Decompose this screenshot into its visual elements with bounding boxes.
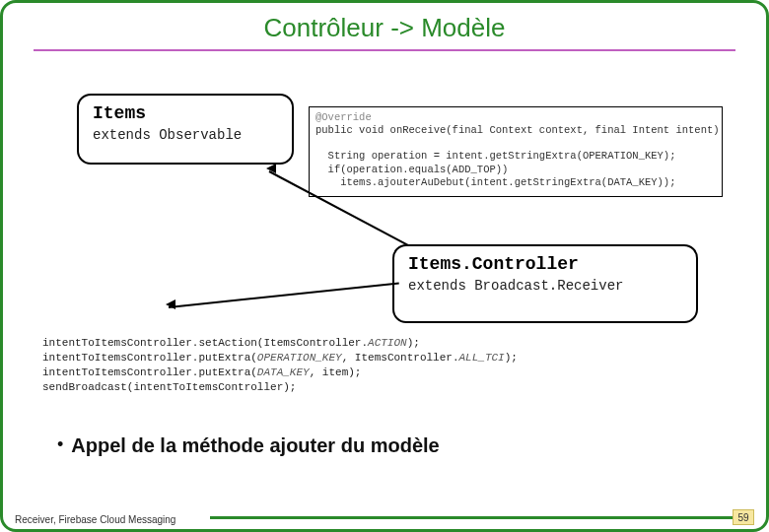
footer: Receiver, Firebase Cloud Messaging 59 (3, 503, 766, 529)
bullet-text: Appel de la méthode ajouter du modèle (71, 434, 439, 456)
code-line: if(operation.equals(ADD_TOP)) (315, 164, 508, 175)
items-box: Items extends Observable (77, 94, 294, 165)
title-underline (34, 49, 735, 51)
code-line: intentToItemsController.setAction(ItemsC… (42, 336, 518, 351)
controller-box-subtitle: extends Broadcast.Receiver (408, 278, 682, 294)
override-code-box: @Override public void onReceive(final Co… (309, 106, 723, 197)
code-line: intentToItemsController.putExtra(OPERATI… (42, 351, 518, 366)
bullet-dot-icon: • (57, 434, 63, 454)
items-box-subtitle: extends Observable (93, 127, 278, 143)
controller-box: Items.Controller extends Broadcast.Recei… (392, 244, 698, 323)
code-line: public void onReceive(final Context cont… (315, 124, 723, 136)
controller-box-title: Items.Controller (408, 254, 682, 274)
slide-title: Contrôleur -> Modèle (3, 3, 766, 49)
code-line: @Override (315, 111, 372, 123)
slide-frame: Contrôleur -> Modèle Items extends Obser… (0, 0, 769, 532)
arrowhead-icon (161, 299, 175, 309)
code-line: items.ajouterAuDebut(intent.getStringExt… (315, 176, 675, 188)
footer-bar (210, 516, 752, 519)
items-box-title: Items (93, 103, 278, 123)
page-number: 59 (733, 509, 754, 525)
code-line: intentToItemsController.putExtra(DATA_KE… (42, 366, 518, 380)
arrowhead-icon (261, 164, 276, 173)
invoke-code-block: intentToItemsController.setAction(ItemsC… (42, 336, 518, 394)
code-line: String operation = intent.getStringExtra… (315, 150, 675, 162)
code-line: sendBroadcast(intentToItemsController); (42, 380, 518, 395)
footer-label: Receiver, Firebase Cloud Messaging (15, 514, 175, 525)
arrow-code-to-controller (169, 282, 399, 308)
bullet-point: •Appel de la méthode ajouter du modèle (57, 434, 440, 457)
